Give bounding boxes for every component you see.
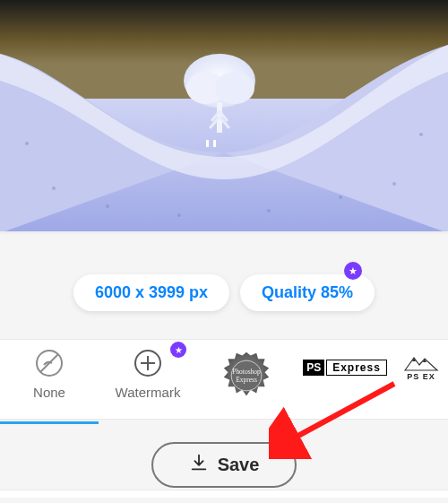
save-label: Save — [218, 455, 260, 475]
svg-point-5 — [267, 209, 271, 212]
none-label: None — [33, 385, 65, 400]
plus-icon — [132, 347, 164, 379]
selection-underline — [0, 421, 99, 424]
ps-express-badge-alt: PS EX — [403, 356, 439, 381]
dimensions-pill[interactable]: 6000 x 3999 px — [73, 274, 229, 311]
preview-svg — [0, 0, 448, 231]
watermark-option-none[interactable]: None — [0, 340, 99, 419]
premium-star-badge: ★ — [344, 262, 362, 280]
svg-point-2 — [52, 186, 56, 190]
none-icon — [33, 347, 65, 379]
ps-text: Express — [326, 360, 387, 376]
export-options-row: ★ 6000 x 3999 px Quality 85% — [0, 274, 448, 311]
save-bar: Save — [0, 442, 448, 488]
save-button[interactable]: Save — [151, 442, 297, 488]
watermark-strip: ★ None Watermark Photoshop Express — [0, 340, 448, 419]
watermark-label: Watermark — [116, 385, 181, 400]
svg-point-9 — [419, 133, 423, 136]
svg-point-12 — [215, 72, 254, 104]
download-icon — [189, 453, 209, 477]
image-preview — [0, 0, 448, 231]
quality-pill[interactable]: Quality 85% — [240, 274, 375, 311]
svg-point-8 — [25, 142, 29, 145]
svg-rect-15 — [213, 140, 216, 147]
watermark-option-seal[interactable]: Photoshop Express — [197, 340, 296, 419]
quality-text: Quality 85% — [262, 283, 353, 301]
watermark-option-custom[interactable]: Watermark — [99, 340, 197, 419]
svg-point-4 — [177, 213, 181, 217]
watermark-option-psbadge2[interactable]: PS EX — [394, 340, 448, 419]
svg-rect-14 — [206, 140, 209, 147]
svg-point-6 — [339, 195, 342, 199]
seal-icon: Photoshop Express — [221, 351, 271, 401]
dimensions-text: 6000 x 3999 px — [95, 283, 208, 301]
svg-point-3 — [106, 204, 109, 208]
svg-point-7 — [392, 182, 396, 186]
ps-alt-text: PS EX — [407, 372, 435, 381]
ps-express-badge: PS Express — [303, 360, 387, 376]
svg-line-17 — [40, 354, 58, 372]
watermark-option-psbadge[interactable]: PS Express — [296, 340, 394, 419]
svg-text:Photoshop: Photoshop — [232, 368, 261, 376]
footer-divider — [0, 490, 448, 498]
ps-prefix: PS — [303, 360, 324, 376]
svg-text:Express: Express — [236, 376, 257, 384]
mountain-icon — [403, 356, 439, 372]
